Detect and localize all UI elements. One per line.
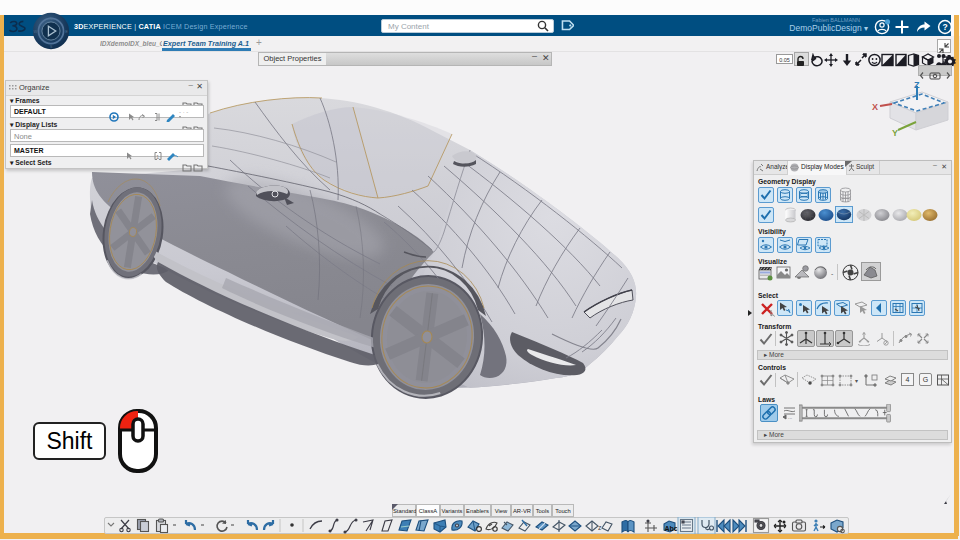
svg-text:Y: Y (892, 128, 898, 138)
svg-text:1: 1 (156, 154, 160, 160)
svg-text:?: ? (942, 22, 947, 32)
svg-text:W: W (34, 29, 38, 34)
svg-text:S: S (50, 44, 53, 49)
svg-text:...: ... (788, 414, 792, 420)
svg-text:Abc: Abc (665, 525, 678, 532)
svg-text:E: E (65, 29, 68, 34)
svg-text:N: N (50, 16, 53, 21)
svg-text:Z: Z (914, 80, 920, 90)
svg-text:z: z (598, 524, 602, 531)
svg-text:X: X (872, 102, 878, 112)
